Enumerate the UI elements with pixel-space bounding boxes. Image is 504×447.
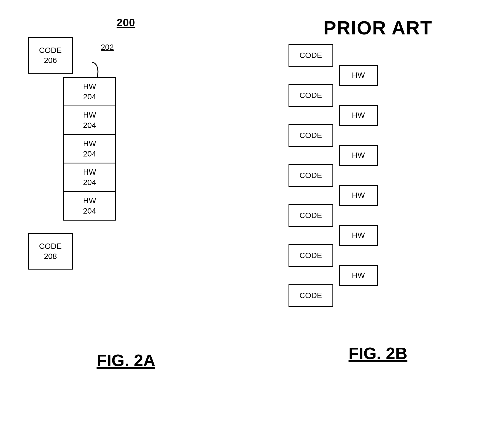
code-box-2b-1-text: CODE [299,50,322,60]
hw-box-2b-3-text: HW [352,150,365,160]
hw-box-4: HW 204 [63,163,116,192]
code-box-2b-5-text: CODE [299,210,322,221]
hw-box-5: HW 204 [63,191,116,221]
code-box-2b-7: CODE [289,284,333,307]
code-box-2b-2-text: CODE [299,90,322,100]
hw-box-2-line2: 204 [83,120,96,130]
diagram-number-200: 200 [117,17,135,29]
code-box-2b-4-text: CODE [299,170,322,181]
code-208-line1: CODE [39,241,62,251]
code-box-2b-2: CODE [289,84,333,107]
hw-box-4-line2: 204 [83,177,96,188]
hw-box-1-line2: 204 [83,92,96,102]
hw-box-2b-5-text: HW [352,230,365,240]
fig2b-code-row-5: CODE [289,204,333,227]
hw-box-2b-2-text: HW [352,110,365,120]
hw-box-4-line1: HW [83,167,96,177]
code-box-2b-7-text: CODE [299,291,322,301]
fig2b-code-row-2: CODE [289,84,333,107]
hw-box-3-line1: HW [83,139,96,149]
fig2b-code-row-4: CODE [289,164,333,187]
code-box-2b-6-text: CODE [299,251,322,261]
hw-box-2b-5: HW [339,225,378,246]
right-half: PRIOR ART CODE HW [252,0,504,447]
page-container: 200 CODE 206 202 HW 204 [0,0,504,447]
fig2b-hw-row-2: HW [339,105,378,126]
hw-box-2: HW 204 [63,106,116,135]
code-box-2b-3: CODE [289,124,333,147]
fig2b-code-row-7: CODE [289,284,333,307]
hw-box-2b-6: HW [339,265,378,286]
hw-box-3: HW 204 [63,134,116,163]
fig2b-interleaved: CODE HW CODE H [289,44,484,306]
fig2b-code-row-1: CODE [289,44,333,67]
hw-box-1: HW 204 [63,77,116,106]
code-208-box: CODE 208 [28,233,73,270]
fig2b-code-row-3: CODE [289,124,333,147]
hw-box-3-line2: 204 [83,149,96,159]
code-box-2b-4: CODE [289,164,333,187]
hw-box-2-line1: HW [83,110,96,120]
code-box-2b-6: CODE [289,244,333,267]
fig2b-diagram: CODE HW CODE H [280,44,476,338]
fig2a-diagram: CODE 206 202 HW 204 HW 204 [14,37,238,345]
hw-stack: HW 204 HW 204 HW 204 HW 204 HW 204 [63,78,116,221]
fig2b-hw-row-6: HW [339,265,378,286]
hw-box-2b-1-text: HW [352,70,365,80]
code-box-2b-3-text: CODE [299,130,322,141]
hw-box-1-line1: HW [83,81,96,92]
hw-box-5-line2: 204 [83,206,96,216]
arrow-202-label: 202 [101,43,114,52]
fig-2b-label: FIG. 2B [348,344,407,363]
fig2b-hw-row-4: HW [339,185,378,206]
code-208-line2: 208 [44,251,57,261]
left-half: 200 CODE 206 202 HW 204 [0,0,252,447]
hw-box-5-line1: HW [83,196,96,206]
fig2b-hw-row-1: HW [339,65,378,86]
hw-box-2b-3: HW [339,145,378,166]
code-box-2b-5: CODE [289,204,333,227]
prior-art-label: PRIOR ART [324,17,432,39]
fig2b-hw-row-5: HW [339,225,378,246]
fig2b-code-row-6: CODE [289,244,333,267]
hw-box-2b-6-text: HW [352,270,365,280]
code-box-2b-1: CODE [289,44,333,67]
hw-box-2b-4-text: HW [352,190,365,200]
hw-box-2b-2: HW [339,105,378,126]
fig2b-hw-row-3: HW [339,145,378,166]
fig-2a-label: FIG. 2A [97,351,155,370]
hw-box-2b-4: HW [339,185,378,206]
hw-box-2b-1: HW [339,65,378,86]
